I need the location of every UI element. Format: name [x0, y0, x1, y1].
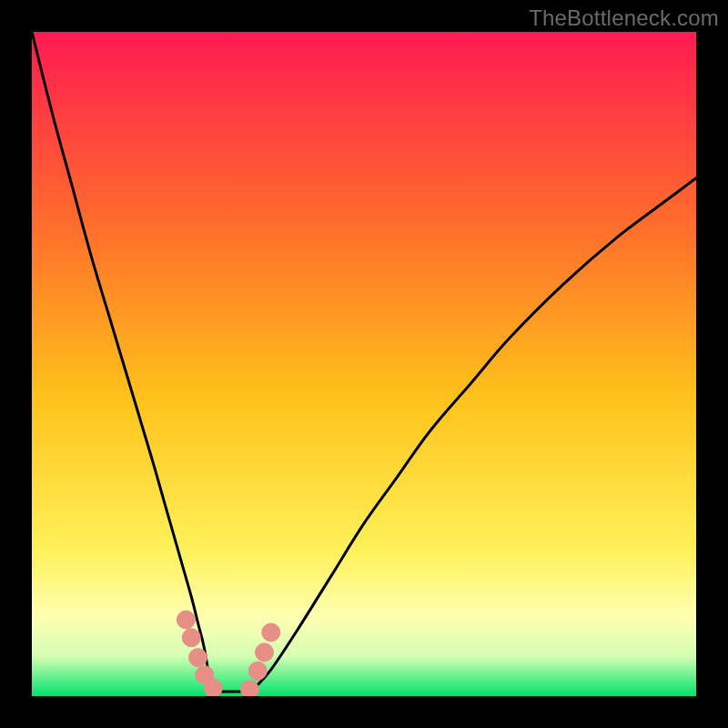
- gradient-background: [32, 32, 696, 696]
- curve-marker: [248, 662, 267, 680]
- chart-svg: [32, 32, 696, 696]
- curve-marker: [204, 679, 222, 696]
- watermark-text: TheBottleneck.com: [529, 5, 719, 31]
- chart-plot-area: [32, 32, 696, 696]
- curve-marker: [262, 623, 280, 642]
- curve-marker: [177, 611, 195, 629]
- curve-marker: [189, 649, 207, 667]
- curve-marker: [240, 681, 258, 696]
- curve-marker: [256, 643, 274, 662]
- curve-marker: [182, 629, 200, 647]
- outer-frame: TheBottleneck.com: [0, 0, 728, 728]
